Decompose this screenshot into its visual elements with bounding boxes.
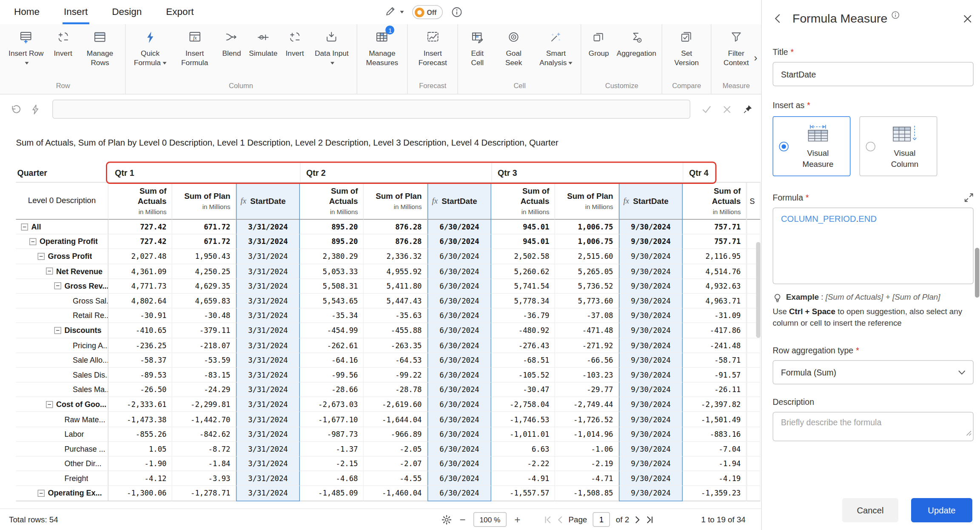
startdate-cell[interactable]: 6/30/2024 xyxy=(427,220,491,235)
value-cell[interactable]: -58.71 xyxy=(683,353,746,368)
row-label-cell[interactable]: Sales Dis... xyxy=(16,368,109,383)
value-cell[interactable]: 2,116.95 xyxy=(683,249,746,264)
formula-flash-icon[interactable] xyxy=(31,104,40,115)
value-cell[interactable]: 5,778.34 xyxy=(491,294,555,309)
pin-icon[interactable] xyxy=(743,104,753,115)
value-cell[interactable]: -99.22 xyxy=(364,368,427,383)
insert-formula-button[interactable]: fxInsert Formula xyxy=(172,24,217,67)
value-cell[interactable]: -1,557.57 xyxy=(491,486,555,501)
value-cell[interactable]: 727.42 xyxy=(108,220,172,235)
quarter-header[interactable]: Qtr 4 xyxy=(683,163,761,183)
startdate-cell[interactable]: 9/30/2024 xyxy=(619,471,683,486)
value-cell[interactable]: 671.72 xyxy=(172,220,236,235)
row-label-cell[interactable]: Sale Allo... xyxy=(16,353,109,368)
undo-icon[interactable] xyxy=(10,104,21,115)
value-cell[interactable]: -883.16 xyxy=(683,427,746,442)
manage-rows-button[interactable]: Manage Rows xyxy=(78,24,122,67)
startdate-cell[interactable]: 6/30/2024 xyxy=(427,412,491,427)
value-cell[interactable]: -855.26 xyxy=(108,427,172,442)
collapse-icon[interactable] xyxy=(29,238,37,245)
measure-header[interactable]: Sum of Actualsin Millions xyxy=(683,183,746,220)
zoom-out-button[interactable]: − xyxy=(459,514,467,525)
value-cell[interactable]: -30.48 xyxy=(172,309,236,324)
startdate-cell[interactable]: 9/30/2024 xyxy=(619,235,683,249)
value-cell[interactable]: -1.37 xyxy=(300,442,364,457)
startdate-cell[interactable]: 3/31/2024 xyxy=(236,442,300,457)
row-label-cell[interactable]: Net Revenue xyxy=(16,264,109,279)
value-cell[interactable]: -276.43 xyxy=(491,338,555,353)
value-cell[interactable]: -2.07 xyxy=(364,457,427,472)
value-cell[interactable]: -105.52 xyxy=(491,368,555,383)
startdate-cell[interactable]: 6/30/2024 xyxy=(427,383,491,398)
quarter-header[interactable]: Qtr 3 xyxy=(491,163,683,183)
startdate-cell[interactable]: 6/30/2024 xyxy=(427,279,491,294)
value-cell[interactable]: 2,502.58 xyxy=(491,249,555,264)
zoom-level[interactable]: 100 % xyxy=(473,512,507,527)
startdate-cell[interactable]: 3/31/2024 xyxy=(236,457,300,472)
value-cell[interactable]: -1,746.53 xyxy=(491,412,555,427)
value-cell[interactable]: -1,501.49 xyxy=(683,412,746,427)
formula-input[interactable] xyxy=(52,100,690,119)
value-cell[interactable]: -987.73 xyxy=(300,427,364,442)
measure-header[interactable]: Sum of Actualsin Millions xyxy=(108,183,172,220)
simulate-button[interactable]: Simulate xyxy=(246,24,280,58)
value-cell[interactable]: -1,011.01 xyxy=(491,427,555,442)
value-cell[interactable]: -236.25 xyxy=(108,338,172,353)
value-cell[interactable]: -35.63 xyxy=(364,309,427,324)
row-label-cell[interactable]: Retail Re... xyxy=(16,309,109,324)
value-cell[interactable]: -35.34 xyxy=(300,309,364,324)
startdate-cell[interactable]: 3/31/2024 xyxy=(236,427,300,442)
value-cell[interactable]: -410.65 xyxy=(108,323,172,338)
row-label-cell[interactable]: Sales Ma... xyxy=(16,383,109,398)
value-cell[interactable]: 2,515.60 xyxy=(555,249,619,264)
value-cell[interactable]: -2.15 xyxy=(300,457,364,472)
startdate-cell[interactable]: 9/30/2024 xyxy=(619,249,683,264)
close-icon[interactable] xyxy=(963,14,973,23)
value-cell[interactable]: -64.16 xyxy=(300,353,364,368)
value-cell[interactable]: 4,802.64 xyxy=(108,294,172,309)
value-cell[interactable]: 5,411.80 xyxy=(364,279,427,294)
value-cell[interactable]: -2,333.61 xyxy=(108,397,172,412)
value-cell[interactable]: 2,336.32 xyxy=(364,249,427,264)
manage-measures-button[interactable]: 1Manage Measures xyxy=(360,24,405,67)
value-cell[interactable]: -842.62 xyxy=(172,427,236,442)
startdate-cell[interactable]: 6/30/2024 xyxy=(427,235,491,249)
value-cell[interactable]: -1.84 xyxy=(172,457,236,472)
row-label-cell[interactable]: Raw Mate... xyxy=(16,412,109,427)
tab-export[interactable]: Export xyxy=(165,0,195,24)
startdate-cell[interactable]: 9/30/2024 xyxy=(619,353,683,368)
value-cell[interactable]: -103.23 xyxy=(555,368,619,383)
update-button[interactable]: Update xyxy=(911,498,972,522)
radio-icon[interactable] xyxy=(779,141,789,151)
startdate-cell[interactable]: 9/30/2024 xyxy=(619,323,683,338)
value-cell[interactable]: 4,250.25 xyxy=(172,264,236,279)
blend-button[interactable]: Blend xyxy=(217,24,246,58)
cancel-edit-icon[interactable] xyxy=(723,105,732,114)
startdate-cell[interactable]: 3/31/2024 xyxy=(236,249,300,264)
value-cell[interactable]: -1,359.23 xyxy=(683,486,746,501)
startdate-cell[interactable]: 9/30/2024 xyxy=(619,294,683,309)
quick-formula-button[interactable]: Quick Formula xyxy=(128,24,173,67)
value-cell[interactable]: 4,771.73 xyxy=(108,279,172,294)
last-page-icon[interactable] xyxy=(646,516,654,523)
value-cell[interactable]: 895.20 xyxy=(300,220,364,235)
startdate-cell[interactable]: 6/30/2024 xyxy=(427,294,491,309)
accept-icon[interactable] xyxy=(702,105,712,114)
value-cell[interactable]: 895.20 xyxy=(300,235,364,249)
insert-forecast-button[interactable]: Insert Forecast xyxy=(410,24,455,67)
value-cell[interactable]: -4.19 xyxy=(683,471,746,486)
value-cell[interactable]: -379.11 xyxy=(172,323,236,338)
value-cell[interactable]: 5,741.54 xyxy=(491,279,555,294)
value-cell[interactable]: 4,514.76 xyxy=(683,264,746,279)
startdate-cell[interactable]: 3/31/2024 xyxy=(236,383,300,398)
value-cell[interactable]: 671.72 xyxy=(172,235,236,249)
value-cell[interactable]: -8.72 xyxy=(172,442,236,457)
cancel-button[interactable]: Cancel xyxy=(842,498,898,522)
filter-context-button[interactable]: Filter Context xyxy=(714,24,758,67)
startdate-cell[interactable]: 3/31/2024 xyxy=(236,309,300,324)
startdate-cell[interactable]: 9/30/2024 xyxy=(619,220,683,235)
value-cell[interactable]: 5,260.62 xyxy=(491,264,555,279)
startdate-cell[interactable]: 6/30/2024 xyxy=(427,353,491,368)
startdate-cell[interactable]: 6/30/2024 xyxy=(427,471,491,486)
row-label-cell[interactable]: Pricing A... xyxy=(16,338,109,353)
